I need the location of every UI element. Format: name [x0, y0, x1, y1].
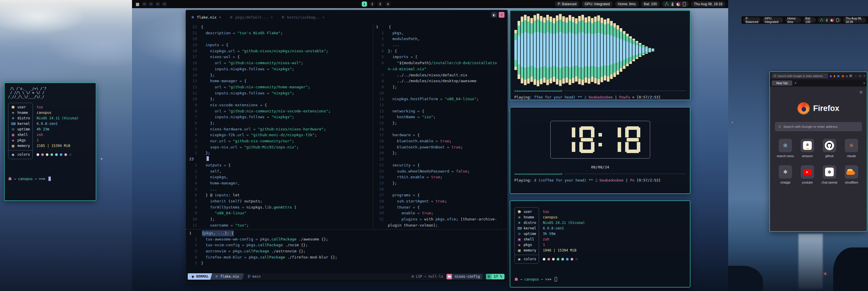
color-palette	[36, 152, 79, 157]
dark-reader-icon[interactable]: ◗	[834, 74, 835, 78]
extension-blue-icon[interactable]: ▣	[837, 74, 840, 78]
shortcut-search-nixos[interactable]: ❄search.nixos	[777, 139, 794, 158]
battery-widget[interactable]: Bat: 100	[803, 18, 816, 23]
neovim-editor-window: ❄flake.nix×❄pkgs/default...×❄hosts/isoIm…	[186, 10, 508, 283]
gpu-widget[interactable]: GPU: Integrated	[582, 1, 613, 7]
shortcut-amazon[interactable]: aamazon	[801, 139, 814, 158]
code-pane-iso-default-nix[interactable]: 1{1 pkgs,2 modulesPath,3 ...4}: {5 impor…	[375, 24, 506, 229]
palette-dot	[36, 153, 39, 156]
fetch-values: tuxcanopusNixOS 24.11 (Vicuna)6.9.8-zen1…	[543, 207, 585, 264]
code-text: hardware = {	[388, 132, 420, 138]
tasklist-client-icon[interactable]: $W	[155, 2, 160, 7]
extensions-menu-icon[interactable]: ⌂	[846, 74, 848, 78]
fetch-value: NixOS 24.11 (Vicuna)	[36, 116, 79, 121]
shortcut-claude[interactable]: ✳claude	[845, 139, 858, 158]
shortcut-tile[interactable]	[823, 139, 836, 152]
tab-close-icon[interactable]: ×	[322, 16, 324, 19]
editor-tab-flake-nix[interactable]: ❄flake.nix×	[191, 15, 221, 20]
buffer-close-button[interactable]: ×	[499, 12, 504, 18]
code-text: sops-nix.url = "github:Mic92/sops-nix";	[201, 144, 299, 150]
code-line: 1 };	[188, 150, 372, 156]
project-badge[interactable]: nixos-config	[446, 274, 483, 280]
power-profile-widget[interactable]: P: Balanced	[743, 18, 761, 23]
address-bar[interactable]: Search with Google or enter address	[772, 73, 828, 79]
personalize-gear-icon[interactable]: ⚙	[859, 90, 863, 94]
line-number: 22	[188, 24, 197, 30]
palette-dot	[566, 258, 568, 261]
shortcut-tile[interactable]: ✳	[845, 139, 858, 152]
power-profile-widget[interactable]: P: Balanced	[555, 1, 579, 7]
editor-tab-pkgs-default-[interactable]: ❄pkgs/default...×	[230, 15, 273, 20]
fetch-row-colors: ◉colors	[517, 257, 536, 262]
shortcut-tile[interactable]	[845, 165, 858, 179]
shortcut-tile[interactable]: ❄	[779, 139, 792, 152]
shell-prompt[interactable]: → canopus ~ >>>	[8, 177, 51, 181]
shortcut-tile[interactable]: ▶	[801, 165, 814, 179]
fetch-value: 2185 | 15394 MiB	[36, 143, 79, 149]
tag-4[interactable]: 4	[385, 1, 391, 7]
shortcut-tile[interactable]: ✻	[823, 165, 836, 179]
maximize-button[interactable]: ▢	[859, 74, 861, 77]
cava-bar	[533, 13, 536, 86]
color-palette	[543, 257, 585, 262]
pane-separator-vertical[interactable]	[373, 24, 373, 229]
shortcut-chat-openai[interactable]: ✻chat.openai	[822, 165, 837, 184]
cava-bar	[626, 13, 629, 86]
shell-prompt[interactable]: → canopus ~ >>>	[514, 277, 557, 282]
tag-1[interactable]: 1	[362, 1, 367, 7]
shortcut-tile[interactable]: a	[801, 139, 814, 152]
cava-bar	[540, 13, 542, 86]
palette-dot	[543, 258, 546, 261]
clock-widget[interactable]: Thu Aug 08, 18:39	[843, 18, 866, 23]
code-line: 6 "${modulesPath}/installer/cd-dvd/insta…	[375, 60, 506, 66]
shortcut-chatgpt[interactable]: ✻chatgpt	[779, 165, 792, 184]
fetch-shell-icon: ▣	[11, 132, 15, 138]
tab-overflow-chevron[interactable]: ∨	[863, 82, 865, 85]
tasklist-client-icon[interactable]: $W	[162, 2, 167, 7]
tasklist-client-icon[interactable]: $W	[142, 2, 147, 7]
system-tray[interactable]	[662, 1, 689, 7]
battery-widget[interactable]: Bat: 100	[641, 1, 660, 7]
code-line: 20 };	[375, 150, 506, 156]
editor-tab-hosts-isoImag-[interactable]: ❄hosts/isoImag..×	[281, 15, 324, 20]
ping-widget[interactable]: Home: 8ms	[615, 1, 639, 7]
code-text: url = "github:nix-community/nix-vscode-e…	[201, 108, 331, 114]
fetch-row: ▦memory	[11, 143, 30, 149]
buffer-toggle-button[interactable]: ◐	[491, 12, 497, 18]
extension-orange-icon[interactable]: ▦	[841, 74, 844, 78]
claude-icon: ✳	[849, 142, 854, 149]
code-text: bluetooth.powerOnBoot = true;	[388, 144, 463, 150]
tag-2[interactable]: 2	[370, 1, 375, 7]
system-tray[interactable]	[818, 18, 841, 23]
code-line: 9 ];	[375, 84, 506, 90]
code-text: url = "github:nix-community/home-manager…	[201, 84, 310, 90]
new-tab-button[interactable]: +	[795, 81, 797, 85]
shortcut-cloudflare[interactable]: cloudflare	[845, 165, 858, 184]
taglist: 1234	[362, 1, 391, 7]
gpu-widget[interactable]: GPU: Integrated	[763, 18, 783, 23]
clock-digit	[625, 126, 640, 153]
tab-new-tab[interactable]: New Tab	[772, 81, 792, 86]
menu-icon[interactable]	[849, 75, 852, 77]
close-button[interactable]: ×	[864, 74, 865, 77]
cava-bar	[597, 13, 600, 86]
code-pane-pkgs-default-nix[interactable]: 1{pkgs, ...}: {1 tux-awesome-wm-config =…	[188, 230, 506, 267]
code-pane-flake-nix[interactable]: 22{21 description = "tux's NixOS Flake";…	[188, 24, 372, 229]
code-line: 10 ];	[188, 216, 372, 223]
tasklist-client-icon[interactable]: $W	[149, 2, 153, 7]
shortcut-github[interactable]: github	[823, 139, 836, 158]
fetch-row: ≡hname	[517, 214, 536, 220]
tab-close-icon[interactable]: ×	[271, 16, 273, 19]
shortcut-youtube[interactable]: ▶youtube	[801, 165, 814, 184]
app-launcher-icon[interactable]: ▦	[135, 1, 140, 7]
tab-close-icon[interactable]: ×	[219, 16, 221, 19]
line-number: 16	[375, 126, 384, 133]
code-text: ...	[388, 42, 399, 48]
extension-diamond-icon[interactable]: ◆	[830, 74, 832, 78]
tag-3[interactable]: 3	[377, 1, 383, 7]
minimize-button[interactable]: –	[855, 74, 857, 77]
ping-widget[interactable]: Home: 6ms	[785, 18, 801, 23]
clock-widget[interactable]: Thu Aug 08, 18:18	[691, 1, 725, 7]
shortcut-tile[interactable]: ✻	[779, 165, 792, 179]
newtab-search-field[interactable]: Search with Google or enter address	[775, 122, 862, 131]
